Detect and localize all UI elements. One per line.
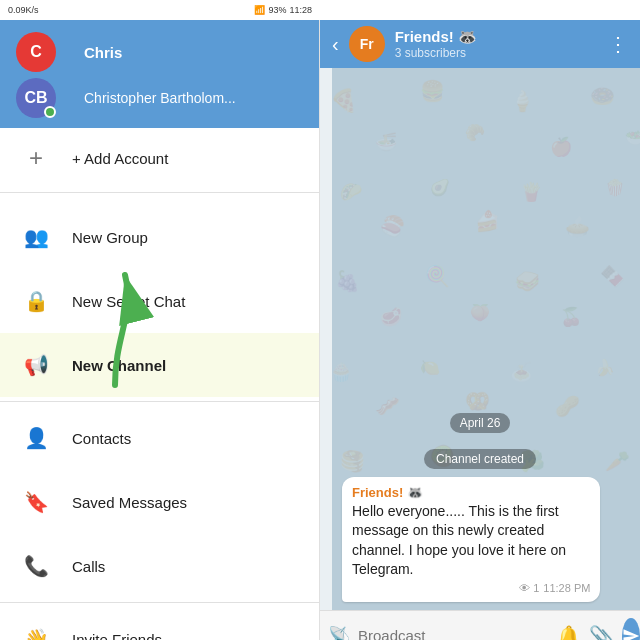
message-text: Hello everyone..... This is the first me… xyxy=(352,502,590,580)
menu-section: 👥 New Group 🔒 New Secret Chat 📢 New Chan… xyxy=(0,197,319,640)
add-account-label: + Add Account xyxy=(72,150,168,167)
message-meta: 👁 1 11:28 PM xyxy=(352,582,590,594)
menu-item-new-group[interactable]: 👥 New Group xyxy=(0,205,319,269)
primary-avatar: C xyxy=(16,32,56,72)
menu-item-new-channel[interactable]: 📢 New Channel xyxy=(0,333,319,397)
attachment-icon[interactable]: 📎 xyxy=(589,624,614,641)
read-icon: 👁 1 xyxy=(519,582,539,594)
new-channel-label: New Channel xyxy=(72,357,166,374)
chat-subtitle: 3 subscribers xyxy=(395,46,598,60)
drawer-panel: 0.09K/s 📶 93% 11:28 C Chris CB Christoph… xyxy=(0,20,320,640)
divider-3 xyxy=(0,602,319,603)
saved-messages-icon: 🔖 xyxy=(16,482,56,522)
secondary-avatar-initial: CB xyxy=(24,89,47,107)
message-time: 11:28 PM xyxy=(543,582,590,594)
menu-item-calls[interactable]: 📞 Calls xyxy=(0,534,319,598)
add-account-item[interactable]: + + Add Account xyxy=(0,128,319,188)
divider-1 xyxy=(0,192,319,193)
invite-friends-icon: 👋 xyxy=(16,619,56,640)
channel-avatar: Fr xyxy=(349,26,385,62)
messages-spacer xyxy=(328,76,632,401)
message-input[interactable] xyxy=(358,618,548,641)
send-button[interactable] xyxy=(622,618,640,641)
new-secret-chat-label: New Secret Chat xyxy=(72,293,185,310)
new-channel-icon: 📢 xyxy=(16,345,56,385)
chat-input-bar: 📡 🔔 📎 xyxy=(320,610,640,640)
channel-created-message: Channel created xyxy=(424,449,536,469)
contacts-label: Contacts xyxy=(72,430,131,447)
header-menu-icon[interactable]: ⋮ xyxy=(608,32,628,56)
messages-container: April 26 Channel created Friends! 🦝 Hell… xyxy=(320,68,640,610)
chat-header: ‹ Fr Friends! 🦝 3 subscribers ⋮ xyxy=(320,20,640,68)
contacts-icon: 👤 xyxy=(16,418,56,458)
secondary-name: Christopher Bartholom... xyxy=(84,90,236,106)
new-group-label: New Group xyxy=(72,229,148,246)
menu-item-saved-messages[interactable]: 🔖 Saved Messages xyxy=(0,470,319,534)
secondary-account[interactable]: CB Christopher Bartholom... xyxy=(16,78,303,118)
secondary-avatar: CB xyxy=(16,78,56,118)
channel-avatar-letter: Fr xyxy=(360,36,374,52)
calls-icon: 📞 xyxy=(16,546,56,586)
chat-panel: 0.84K/s 📶 🔋 93% 11:28 ‹ Fr Friends! 🦝 3 … xyxy=(320,20,640,640)
menu-item-contacts[interactable]: 👤 Contacts xyxy=(0,406,319,470)
broadcast-icon: 📡 xyxy=(328,625,350,641)
divider-2 xyxy=(0,401,319,402)
menu-item-new-secret-chat[interactable]: 🔒 New Secret Chat xyxy=(0,269,319,333)
avatar-initial: C xyxy=(30,43,42,61)
add-account-icon: + xyxy=(16,138,56,178)
invite-friends-label: Invite Friends xyxy=(72,631,162,641)
back-button[interactable]: ‹ xyxy=(332,33,339,56)
calls-label: Calls xyxy=(72,558,105,575)
new-group-icon: 👥 xyxy=(16,217,56,257)
send-icon xyxy=(622,627,640,641)
chat-list-edge xyxy=(320,68,332,610)
menu-item-invite-friends[interactable]: 👋 Invite Friends xyxy=(0,607,319,640)
notification-icon[interactable]: 🔔 xyxy=(556,624,581,641)
message-bubble: Friends! 🦝 Hello everyone..... This is t… xyxy=(342,477,600,602)
chat-info[interactable]: Friends! 🦝 3 subscribers xyxy=(395,28,598,60)
new-secret-chat-icon: 🔒 xyxy=(16,281,56,321)
message-sender: Friends! 🦝 xyxy=(352,485,590,500)
date-badge: April 26 xyxy=(450,413,511,433)
online-indicator xyxy=(44,106,56,118)
primary-account[interactable]: C Chris xyxy=(16,32,303,72)
saved-messages-label: Saved Messages xyxy=(72,494,187,511)
primary-name: Chris xyxy=(84,44,122,61)
chat-title: Friends! 🦝 xyxy=(395,28,598,46)
